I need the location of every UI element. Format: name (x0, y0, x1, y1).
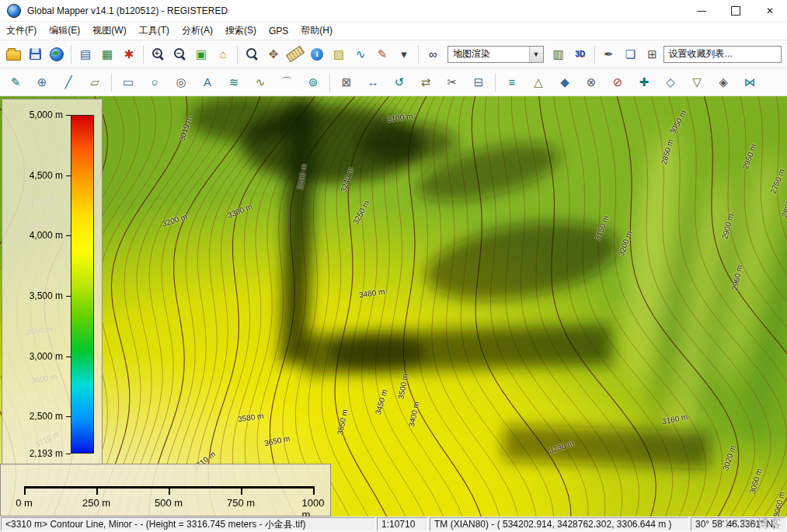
map-view[interactable]: 3019 m3100 m3050 m2950 m2850 m2750 m2800… (0, 96, 787, 516)
path-profile-tool-icon[interactable]: ∿ (350, 43, 371, 65)
menu-analysis[interactable]: 分析(A) (176, 24, 219, 37)
contour-label: 3100 m (386, 112, 413, 124)
view-mode-combobox[interactable]: 地图渲染 ▼ (447, 46, 544, 63)
color-picker-tool-icon[interactable]: ▨ (329, 43, 349, 65)
legend-tick (66, 176, 71, 176)
contour-label: 3550 m (336, 409, 350, 436)
menu-file[interactable]: 文件(F) (0, 24, 43, 37)
mag-sign: + (152, 48, 162, 58)
create-range-rings-icon[interactable]: ◎ (169, 71, 193, 93)
menu-bar: 文件(F)编辑(E)视图(W)工具(T)分析(A)搜索(S)GPS帮助(H) (0, 22, 787, 40)
cut-area-icon[interactable]: ✂ (441, 71, 464, 93)
overlay-control-center-icon[interactable]: ▦ (97, 43, 117, 65)
feature-info-tool-icon[interactable]: i (307, 43, 327, 65)
delete-feature-icon[interactable]: ⊘ (606, 71, 629, 93)
zoom-in-icon[interactable]: + (148, 43, 168, 65)
download-online-imagery-icon[interactable] (47, 43, 67, 65)
create-buffer-icon[interactable]: ⊚ (301, 71, 325, 93)
combine-areas-icon[interactable]: ⊟ (467, 71, 490, 93)
contour-label: 3200 m (161, 212, 188, 228)
contour-label: 2750 m (768, 168, 786, 195)
create-line-icon[interactable]: ╱ (57, 71, 80, 93)
vertex-edit-icon[interactable]: ⊠ (335, 71, 358, 93)
create-area-icon[interactable]: ▱ (83, 71, 106, 93)
scale-tick (169, 486, 170, 495)
create-spline-icon[interactable]: ∿ (249, 71, 272, 93)
menu-search[interactable]: 搜索(S) (219, 24, 263, 37)
chevron-down-icon[interactable]: ▼ (529, 47, 543, 62)
toolbar-separator (111, 73, 112, 92)
snap-toggle-icon[interactable]: ≡ (500, 71, 524, 93)
contour-label: 3050 m (668, 109, 688, 136)
close-button[interactable]: ✕ (753, 0, 787, 21)
minimize-button[interactable]: — (684, 0, 719, 21)
legend-tick (66, 115, 71, 116)
contour-label: 2960 m (730, 264, 744, 291)
pan-tool-icon[interactable]: ✥ (263, 43, 284, 65)
trace-line-icon[interactable]: ≋ (222, 71, 246, 93)
create-circle-icon[interactable]: ○ (143, 71, 166, 93)
paste-feature-icon[interactable]: ⊗ (580, 71, 603, 93)
menu-view[interactable]: 视图(W) (86, 24, 132, 37)
move-feature-icon[interactable]: ↔ (361, 71, 385, 93)
view-3d-icon[interactable]: 3D (570, 43, 590, 65)
digitizer-tool-icon[interactable]: ✎ (372, 43, 392, 65)
create-text-icon[interactable]: A (196, 71, 219, 93)
status-projection-coords: TM (XIAN80) - ( 534202.914, 3428762.302,… (430, 517, 689, 531)
map-labels: 3019 m3100 m3050 m2950 m2850 m2750 m2800… (0, 96, 787, 516)
maximize-button[interactable] (719, 0, 753, 21)
favorites-list-box[interactable]: 设置收藏列表... (663, 46, 782, 63)
legend-label: 3,000 m (7, 351, 63, 362)
shader-options-icon[interactable]: ▥ (548, 43, 569, 65)
attribute-edit-icon[interactable]: △ (527, 71, 550, 93)
full-view-icon[interactable]: ▣ (191, 43, 211, 65)
legend-color-bar (71, 115, 94, 454)
undo-edit-icon[interactable]: ✚ (632, 71, 656, 93)
menu-tools[interactable]: 工具(T) (133, 24, 176, 37)
legend-label: 4,000 m (7, 230, 63, 241)
configuration-icon[interactable]: ✱ (119, 43, 139, 65)
map-layout-icon[interactable]: ❏ (621, 43, 641, 65)
scale-label: 0 m (16, 497, 33, 509)
contour-label: 3150 m (593, 214, 611, 242)
legend-tick (66, 296, 71, 297)
zoom-out-icon[interactable]: − (169, 43, 190, 65)
script-editor-icon[interactable]: ✒ (599, 43, 619, 65)
save-workspace-icon[interactable] (25, 43, 45, 65)
menu-gps[interactable]: GPS (263, 26, 294, 37)
contour-label: 3450 m (374, 388, 389, 416)
contour-label: 3200 m (617, 230, 634, 257)
measure-digitizer-icon[interactable]: ⋈ (738, 71, 761, 93)
find-features-icon[interactable]: ∞ (423, 43, 443, 65)
contour-label: 3500 m (396, 373, 409, 400)
rotate-feature-icon[interactable]: ↺ (388, 71, 411, 93)
zoom-tool-icon[interactable] (242, 43, 262, 65)
scale-feature-icon[interactable]: ⇄ (414, 71, 437, 93)
open-file-icon[interactable] (3, 43, 23, 65)
more-tools-icon[interactable]: ▾ (394, 43, 414, 65)
contour-label: 3650 m (263, 434, 291, 448)
create-arc-icon[interactable]: ⌒ (275, 71, 298, 93)
select-features-icon[interactable]: ◇ (659, 71, 682, 93)
create-rectangle-icon[interactable]: ▭ (117, 71, 140, 93)
legend-label: 2,193 m (7, 448, 63, 459)
split-line-icon[interactable]: ▽ (685, 71, 709, 93)
digitizer-edit-icon[interactable]: ✎ (4, 71, 27, 93)
mag-sign: − (174, 48, 184, 58)
measure-tool-icon[interactable] (285, 43, 305, 65)
legend-tick (66, 356, 71, 357)
create-point-icon[interactable]: ⊕ (30, 71, 54, 93)
copy-feature-icon[interactable]: ◆ (553, 71, 576, 93)
print-icon[interactable]: ⊞ (642, 43, 663, 65)
scale-tick (24, 486, 26, 495)
open-data-files-icon[interactable]: ▤ (75, 43, 96, 65)
join-lines-icon[interactable]: ◈ (712, 71, 735, 93)
zoom-to-scale-icon[interactable]: ⌂ (213, 43, 233, 65)
info-glyph: i (311, 48, 323, 61)
folder-glyph (6, 50, 21, 61)
contour-label: 3160 m (661, 412, 688, 426)
globe-glyph (50, 47, 64, 61)
menu-edit[interactable]: 编辑(E) (43, 24, 86, 37)
menu-help[interactable]: 帮助(H) (294, 24, 339, 37)
scale-bar-panel: 0 m250 m500 m750 m1000 m (0, 464, 331, 516)
